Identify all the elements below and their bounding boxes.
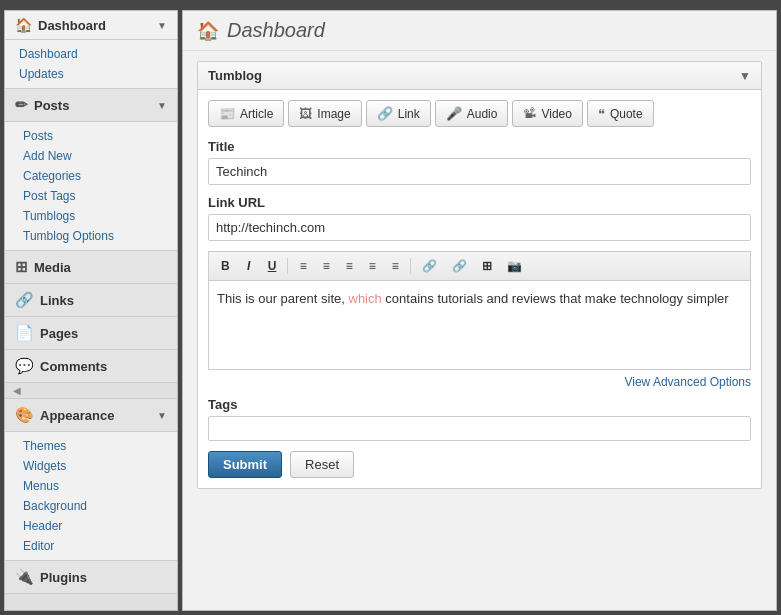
posts-arrow: ▼ [157, 100, 167, 111]
tab-audio-label: Audio [467, 107, 498, 121]
tab-image[interactable]: 🖼 Image [288, 100, 361, 127]
sidebar-item-media[interactable]: ⊞ Media [5, 251, 177, 284]
submit-area: Submit Reset [208, 451, 751, 478]
plugins-icon: 🔌 [15, 568, 34, 586]
sidebar: 🏠 Dashboard ▼ Dashboard Updates ✏ Posts … [4, 10, 178, 611]
sidebar-item-background[interactable]: Background [5, 496, 177, 516]
dashboard-menu-label: Dashboard [38, 18, 106, 33]
sidebar-item-categories[interactable]: Categories [5, 166, 177, 186]
sidebar-item-appearance[interactable]: 🎨 Appearance ▼ [5, 399, 177, 432]
comments-icon: 💬 [15, 357, 34, 375]
editor-toolbar: B I U ≡ ≡ ≡ ≡ ≡ 🔗 🔗 [208, 251, 751, 280]
tab-article[interactable]: 📰 Article [208, 100, 284, 127]
toolbar-align-center[interactable]: ≡ [362, 256, 382, 276]
panel-toggle[interactable]: ▼ [739, 69, 751, 83]
appearance-icon: 🎨 [15, 406, 34, 424]
content-area: Tumblog ▼ 📰 Article 🖼 Image [183, 51, 776, 610]
page-title: Dashboard [227, 19, 325, 42]
tumblog-panel: Tumblog ▼ 📰 Article 🖼 Image [197, 61, 762, 489]
video-icon: 📽 [523, 106, 536, 121]
pages-label: Pages [40, 326, 78, 341]
sidebar-item-menus[interactable]: Menus [5, 476, 177, 496]
tags-input[interactable] [208, 416, 751, 441]
tab-quote-label: Quote [610, 107, 643, 121]
audio-icon: 🎤 [446, 106, 462, 121]
article-icon: 📰 [219, 106, 235, 121]
dashboard-menu-item[interactable]: 🏠 Dashboard ▼ [5, 11, 177, 40]
toolbar-link[interactable]: 🔗 [416, 256, 443, 276]
page-home-icon: 🏠 [197, 20, 219, 42]
view-advanced-wrapper: View Advanced Options [208, 374, 751, 389]
sidebar-item-plugins[interactable]: 🔌 Plugins [5, 561, 177, 594]
toolbar-unlink[interactable]: 🔗 [446, 256, 473, 276]
appearance-submenu: Themes Widgets Menus Background Header E… [5, 432, 177, 561]
plugins-label: Plugins [40, 570, 87, 585]
sidebar-item-tumblog-options[interactable]: Tumblog Options [5, 226, 177, 246]
toolbar-image[interactable]: 📷 [501, 256, 528, 276]
title-label: Title [208, 139, 751, 154]
sidebar-item-post-tags[interactable]: Post Tags [5, 186, 177, 206]
submit-button[interactable]: Submit [208, 451, 282, 478]
toolbar-bold[interactable]: B [215, 256, 236, 276]
sidebar-item-tumblogs[interactable]: Tumblogs [5, 206, 177, 226]
reset-button[interactable]: Reset [290, 451, 354, 478]
appearance-arrow: ▼ [157, 410, 167, 421]
page-header: 🏠 Dashboard [183, 11, 776, 51]
toolbar-align-right[interactable]: ≡ [385, 256, 405, 276]
tab-video[interactable]: 📽 Video [512, 100, 582, 127]
tags-label: Tags [208, 397, 751, 412]
title-field: Title [208, 139, 751, 185]
toolbar-italic[interactable]: I [239, 256, 259, 276]
sidebar-item-dashboard[interactable]: Dashboard [5, 44, 177, 64]
panel-header: Tumblog ▼ [198, 62, 761, 90]
appearance-label: Appearance [40, 408, 114, 423]
tab-quote[interactable]: ❝ Quote [587, 100, 654, 127]
tab-video-label: Video [541, 107, 571, 121]
sidebar-item-posts[interactable]: ✏ Posts ▼ [5, 89, 177, 122]
sidebar-item-editor[interactable]: Editor [5, 536, 177, 556]
dashboard-submenu: Dashboard Updates [5, 40, 177, 89]
sidebar-item-header[interactable]: Header [5, 516, 177, 536]
main-content: 🏠 Dashboard Tumblog ▼ 📰 Artic [182, 10, 777, 611]
links-label: Links [40, 293, 74, 308]
sidebar-item-add-new[interactable]: Add New [5, 146, 177, 166]
tags-field: Tags [208, 397, 751, 441]
toolbar-ol[interactable]: ≡ [316, 256, 336, 276]
sidebar-item-links[interactable]: 🔗 Links [5, 284, 177, 317]
sidebar-item-updates[interactable]: Updates [5, 64, 177, 84]
sidebar-item-posts-list[interactable]: Posts [5, 126, 177, 146]
home-icon: 🏠 [15, 17, 32, 33]
editor-link: which [349, 291, 382, 306]
image-icon: 🖼 [299, 106, 312, 121]
sidebar-item-comments[interactable]: 💬 Comments [5, 350, 177, 383]
links-icon: 🔗 [15, 291, 34, 309]
editor-content[interactable]: This is our parent site, which contains … [208, 280, 751, 370]
title-input[interactable] [208, 158, 751, 185]
view-advanced-link[interactable]: View Advanced Options [624, 375, 751, 389]
pages-icon: 📄 [15, 324, 34, 342]
tab-link[interactable]: 🔗 Link [366, 100, 431, 127]
comments-label: Comments [40, 359, 107, 374]
toolbar-ul[interactable]: ≡ [293, 256, 313, 276]
tab-audio[interactable]: 🎤 Audio [435, 100, 509, 127]
posts-label: Posts [34, 98, 69, 113]
link-url-input[interactable] [208, 214, 751, 241]
toolbar-sep-1 [287, 258, 288, 274]
editor-wrapper: B I U ≡ ≡ ≡ ≡ ≡ 🔗 🔗 [208, 251, 751, 370]
sidebar-item-pages[interactable]: 📄 Pages [5, 317, 177, 350]
sidebar-sep-arrow: ◀ [5, 383, 177, 399]
sidebar-item-themes[interactable]: Themes [5, 436, 177, 456]
tab-article-label: Article [240, 107, 273, 121]
toolbar-align-left[interactable]: ≡ [339, 256, 359, 276]
sidebar-item-widgets[interactable]: Widgets [5, 456, 177, 476]
tab-image-label: Image [317, 107, 350, 121]
tab-buttons: 📰 Article 🖼 Image 🔗 Link [208, 100, 751, 127]
link-icon: 🔗 [377, 106, 393, 121]
media-label: Media [34, 260, 71, 275]
toolbar-underline[interactable]: U [262, 256, 283, 276]
panel-body: 📰 Article 🖼 Image 🔗 Link [198, 90, 761, 488]
toolbar-insert[interactable]: ⊞ [476, 256, 498, 276]
link-url-field: Link URL [208, 195, 751, 241]
media-icon: ⊞ [15, 258, 28, 276]
link-url-label: Link URL [208, 195, 751, 210]
